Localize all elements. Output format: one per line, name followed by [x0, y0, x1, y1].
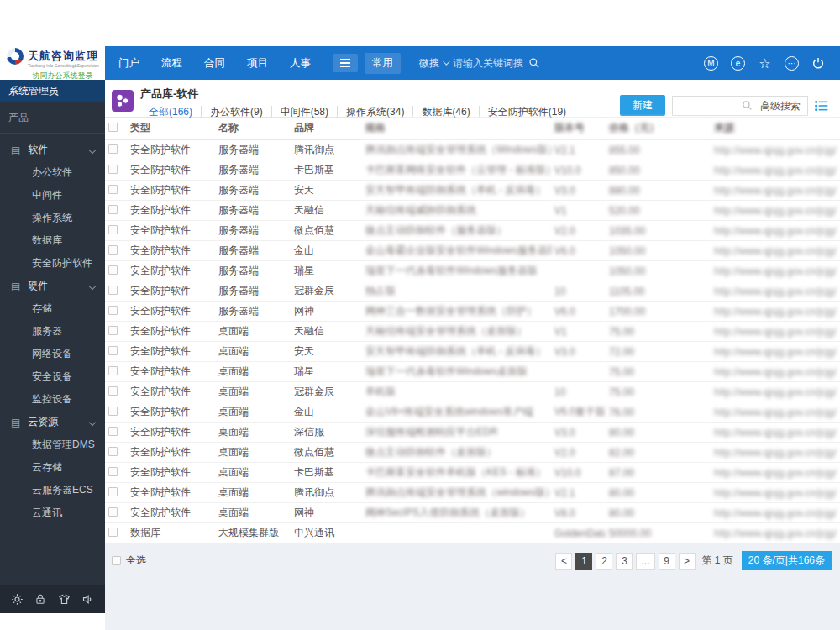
more-options-icon[interactable]: ···	[785, 56, 799, 71]
row-checkbox[interactable]	[108, 427, 118, 436]
col-spec[interactable]: 规格	[362, 118, 551, 139]
table-row[interactable]: 安全防护软件 服务器端 金山 金山毒霸企业版安全软件Windows服务器版 V6…	[105, 241, 840, 261]
sidebar-item[interactable]: ▤ 云通讯	[0, 501, 105, 524]
table-row[interactable]: 安全防护软件 桌面端 卡巴斯基 卡巴斯基安全软件单机版（KES - 标准） V1…	[105, 463, 840, 483]
sidebar-item[interactable]: ▤ 云资源	[0, 411, 105, 433]
table-row[interactable]: 安全防护软件 桌面端 腾讯御点 腾讯御点终端安全管理系统（windows版）/ …	[105, 483, 840, 503]
favorites-star-icon[interactable]: ☆	[758, 56, 772, 71]
sidebar-item[interactable]: ▤ 监控设备	[0, 388, 105, 411]
row-checkbox[interactable]	[108, 326, 118, 335]
table-row[interactable]: 安全防护软件 桌面端 网神 网神SecIPS入侵防御系统（桌面版） V8.0 8…	[105, 503, 840, 523]
nav-item[interactable]: 人事	[290, 56, 311, 71]
page-button[interactable]: 9	[659, 553, 675, 570]
message-icon[interactable]: e	[731, 56, 745, 71]
search-engine-label[interactable]: 微搜	[419, 56, 439, 71]
row-checkbox[interactable]	[108, 528, 118, 537]
sidebar-item[interactable]: ▤ 云服务器ECS	[0, 479, 105, 501]
sidebar-item[interactable]: ▤ 数据管理DMS	[0, 433, 105, 456]
sidebar-item[interactable]: ▤ 安全设备	[0, 365, 105, 388]
sound-speaker-icon[interactable]	[81, 593, 94, 606]
row-checkbox[interactable]	[108, 265, 118, 275]
row-checkbox[interactable]	[108, 346, 118, 355]
table-row[interactable]: 安全防护软件 桌面端 天融信 天融信终端安全管理系统（桌面版） V1 75.00…	[105, 322, 840, 342]
sidebar-item[interactable]: ▤ 存储	[0, 297, 105, 320]
sidebar-item[interactable]: ▤ 云存储	[0, 456, 105, 479]
row-checkbox[interactable]	[108, 165, 118, 174]
select-all-checkbox[interactable]	[112, 556, 121, 565]
nav-item[interactable]: 合同	[204, 56, 225, 71]
page-button[interactable]: >	[679, 553, 696, 570]
row-checkbox[interactable]	[108, 366, 118, 375]
sidebar-item[interactable]: ▤ 数据库	[0, 229, 105, 252]
table-row[interactable]: 安全防护软件 桌面端 微点佰慧 微点主动防御软件（桌面版） V2.0 82.00…	[105, 443, 840, 463]
table-row[interactable]: 安全防护软件 桌面端 冠群金辰 单机版 10 75.00 http://www.…	[105, 382, 840, 402]
list-view-icon[interactable]	[815, 100, 828, 112]
table-row[interactable]: 安全防护软件 服务器端 安天 安天智甲终端防御系统（单机 - 反病毒） V3.0…	[105, 181, 840, 201]
nav-item[interactable]: 流程	[161, 56, 182, 71]
row-checkbox[interactable]	[108, 306, 118, 315]
lock-icon[interactable]	[34, 593, 46, 606]
col-price[interactable]: 价格（元）	[606, 118, 711, 139]
settings-gear-icon[interactable]	[11, 593, 24, 606]
nav-item[interactable]: 项目	[247, 56, 268, 71]
page-button[interactable]: <	[555, 553, 572, 570]
col-name[interactable]: 名称	[215, 118, 291, 139]
table-row[interactable]: 安全防护软件 服务器端 冠群金辰 独占版 10 1105.00 http://w…	[105, 281, 840, 302]
select-all-header-checkbox[interactable]	[108, 123, 118, 132]
advanced-search-button[interactable]: 高级搜索	[753, 97, 807, 115]
table-row[interactable]: 安全防护软件 桌面端 瑞星 瑞星下一代杀毒软件Windows桌面版 75.00 …	[105, 362, 840, 382]
theme-shirt-icon[interactable]	[58, 593, 71, 606]
row-checkbox[interactable]	[108, 245, 118, 255]
table-row[interactable]: 安全防护软件 服务器端 卡巴斯基 卡巴斯基网络安全软件（云管理 - 标准版） V…	[105, 160, 840, 181]
sidebar-item[interactable]: ▤ 办公软件	[0, 161, 105, 184]
row-checkbox[interactable]	[108, 447, 118, 456]
cell-type: 数据库	[127, 523, 215, 543]
new-button[interactable]: 新建	[620, 95, 665, 116]
sidebar-item[interactable]: ▤ 网络设备	[0, 343, 105, 365]
sidebar-item[interactable]: ▤ 服务器	[0, 320, 105, 343]
table-row[interactable]: 安全防护软件 桌面端 安天 安天智甲终端防御系统（单机 - 反病毒） V3.0 …	[105, 342, 840, 362]
row-checkbox[interactable]	[108, 185, 118, 194]
row-checkbox[interactable]	[108, 205, 118, 214]
row-checkbox[interactable]	[108, 467, 118, 476]
table-row[interactable]: 安全防护软件 桌面端 深信服 深信服终端检测响应平台EDR V3.0 80.00…	[105, 423, 840, 443]
per-page-badge[interactable]: 20 条/页|共166条	[742, 551, 832, 570]
table-row[interactable]: 安全防护软件 服务器端 微点佰慧 微点主动防御软件（服务器版） V2.0 103…	[105, 221, 840, 241]
table-row[interactable]: 安全防护软件 服务器端 瑞星 瑞星下一代杀毒软件Windows服务器版 1050…	[105, 261, 840, 281]
col-type[interactable]: 类型	[127, 118, 215, 139]
sidebar-item[interactable]: ▤ 安全防护软件	[0, 252, 105, 275]
m-badge-icon[interactable]: M	[704, 56, 718, 71]
nav-item[interactable]: 门户	[118, 56, 139, 71]
col-version[interactable]: 版本号	[551, 118, 606, 139]
table-row[interactable]: 安全防护软件 服务器端 腾讯御点 腾讯御点终端安全管理系统（Windows版） …	[105, 139, 840, 160]
chevron-down-icon[interactable]	[443, 58, 449, 65]
col-source[interactable]: 来源	[711, 118, 840, 139]
row-checkbox[interactable]	[108, 144, 118, 154]
sidebar-item[interactable]: ▤ 操作系统	[0, 207, 105, 229]
col-brand[interactable]: 品牌	[291, 118, 362, 139]
row-checkbox[interactable]	[108, 286, 118, 295]
row-checkbox[interactable]	[108, 407, 118, 416]
table-row[interactable]: 数据库 大规模集群版 中兴通讯 GoldenData s... 50000.00…	[105, 523, 840, 543]
apps-menu-button[interactable]	[333, 54, 358, 73]
common-menu-button[interactable]: 常用	[365, 53, 401, 74]
search-icon[interactable]	[742, 100, 753, 111]
table-row[interactable]: 安全防护软件 桌面端 金山 金山V8+终端安全系统windows客户端 V6.0…	[105, 402, 840, 423]
row-checkbox[interactable]	[108, 487, 118, 496]
row-checkbox[interactable]	[108, 507, 118, 517]
table-row[interactable]: 安全防护软件 服务器端 天融信 天融信终端威胁防御系统 V1 520.00 ht…	[105, 201, 840, 221]
sidebar-item[interactable]: ▤ 中间件	[0, 184, 105, 207]
page-button[interactable]: ...	[636, 553, 654, 570]
table-row[interactable]: 安全防护软件 服务器端 网神 网神三合一数据安全管理系统（防护） V6.0 17…	[105, 302, 840, 322]
search-input[interactable]: 请输入关键词搜	[453, 56, 523, 71]
page-button[interactable]: 1	[575, 553, 592, 570]
page-button[interactable]: 2	[596, 553, 612, 570]
sidebar-item[interactable]: ▤ 软件	[0, 139, 105, 161]
power-logout-icon[interactable]	[811, 56, 825, 70]
search-icon[interactable]	[528, 57, 540, 69]
row-checkbox[interactable]	[108, 386, 118, 396]
table-search-input[interactable]	[673, 97, 742, 115]
row-checkbox[interactable]	[108, 225, 118, 234]
page-button[interactable]: 3	[616, 553, 633, 570]
sidebar-item[interactable]: ▤ 硬件	[0, 275, 105, 297]
